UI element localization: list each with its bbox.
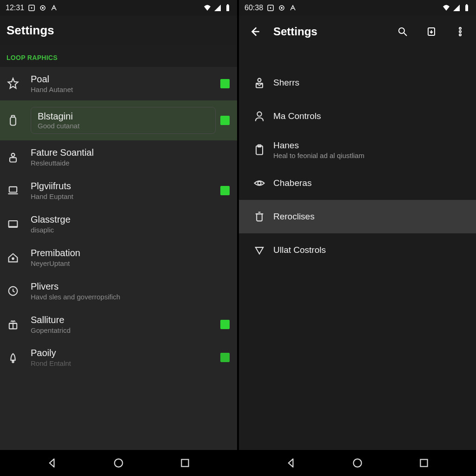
person-icon [245, 110, 273, 123]
back-button[interactable] [245, 21, 265, 42]
row-subtitle: Heal to feonial ad al qiustliam [273, 152, 469, 159]
nav-back-button[interactable] [277, 454, 305, 472]
row-title: Blstagini [38, 111, 209, 122]
svg-point-15 [12, 361, 14, 363]
svg-rect-6 [10, 117, 16, 126]
search-button[interactable] [392, 21, 413, 42]
settings-row-ma-controls[interactable]: Ma Controls [239, 99, 476, 133]
battery-icon [463, 4, 470, 12]
archive-button[interactable] [421, 21, 442, 42]
status-indicator-icon [28, 4, 35, 12]
svg-point-27 [459, 31, 461, 33]
status-time: 12:31 [6, 4, 24, 12]
eye-icon [245, 177, 273, 190]
row-title: Sherrs [273, 78, 469, 88]
settings-row-chaberas[interactable]: Chaberas [239, 166, 476, 200]
svg-point-1 [31, 7, 33, 9]
row-subtitle: NeyerUptant [31, 259, 230, 267]
clock-icon [7, 284, 31, 298]
row-subtitle: Hand Autanet [31, 86, 216, 93]
status-indicator [220, 79, 230, 88]
settings-row-sherrs[interactable]: Sherrs [239, 66, 476, 99]
overflow-menu-button[interactable] [450, 21, 470, 42]
svg-point-8 [12, 153, 15, 157]
settings-list: Poal Hand Autanet Blstagini Good cutanat… [0, 67, 237, 450]
row-title: Hanes [273, 140, 469, 151]
status-indicator-icon [267, 4, 274, 12]
settings-row-reroclises[interactable]: Reroclises [239, 200, 476, 233]
svg-point-21 [281, 7, 283, 9]
settings-row-premibation[interactable]: Premibation NeyerUptant [0, 241, 237, 274]
signal-icon [453, 4, 460, 12]
row-title: Glasstrge [31, 214, 230, 225]
svg-point-36 [353, 459, 361, 467]
row-title: Poal [31, 74, 216, 85]
svg-point-28 [459, 34, 461, 36]
settings-list: Sherrs Ma Controls Hanes Heal to feonial… [239, 47, 476, 450]
svg-point-16 [114, 459, 122, 467]
clipboard-icon [245, 143, 273, 156]
svg-rect-22 [465, 5, 468, 11]
status-time: 60:38 [245, 4, 263, 12]
nav-home-button[interactable] [344, 454, 371, 472]
settings-row-blstagini[interactable]: Blstagini Good cutanat [0, 100, 237, 140]
settings-row-ullat-costrols[interactable]: Ullat Costrols [239, 233, 476, 267]
nav-recents-button[interactable] [171, 454, 199, 472]
row-title: Paoily [31, 348, 216, 358]
battery-icon [224, 4, 231, 12]
status-indicator-icon [278, 4, 285, 12]
svg-rect-37 [421, 459, 428, 466]
row-subtitle: Rond Entalnt [31, 359, 216, 367]
status-indicator-icon [289, 4, 297, 12]
row-subtitle: disaplic [31, 226, 230, 234]
svg-rect-17 [182, 459, 189, 466]
settings-row-plivers[interactable]: Plivers Havd sles and goverropsifich [0, 274, 237, 308]
triangle-down-icon [245, 244, 273, 257]
person-mail-icon [245, 76, 273, 89]
row-subtitle: Havd sles and goverropsifich [31, 293, 230, 301]
bell-icon [7, 351, 31, 364]
row-title: Plgviifruts [31, 181, 216, 192]
nav-back-button[interactable] [38, 454, 66, 472]
status-indicator [220, 116, 230, 125]
settings-row-hanes[interactable]: Hanes Heal to feonial ad al qiustliam [239, 133, 476, 166]
settings-row-paoily[interactable]: Paoily Rond Entalnt [0, 341, 237, 369]
svg-point-12 [12, 258, 14, 260]
settings-row-glasstrge[interactable]: Glasstrge disaplic [0, 207, 237, 241]
row-title: Ma Controls [273, 111, 469, 121]
svg-rect-10 [9, 187, 17, 192]
settings-row-plgviifruts[interactable]: Plgviifruts Hand Euptant [0, 174, 237, 207]
settings-row-poal[interactable]: Poal Hand Autanet [0, 67, 237, 100]
settings-row-salliture[interactable]: Salliture Gopentatricd [0, 308, 237, 341]
svg-point-3 [42, 7, 44, 9]
svg-point-34 [258, 182, 261, 185]
jar-icon [7, 114, 31, 127]
status-bar: 12:31 [0, 0, 237, 16]
right-screen: 60:38 Settings Sherrs Ma Controls [238, 0, 476, 476]
row-subtitle: Hand Euptant [31, 192, 216, 200]
home-icon [7, 251, 31, 264]
status-indicator [220, 353, 230, 362]
nav-home-button[interactable] [105, 454, 132, 472]
svg-point-19 [270, 7, 271, 9]
gift-icon [7, 318, 31, 331]
row-title: Premibation [31, 248, 230, 258]
signal-icon [214, 4, 221, 12]
settings-row-fature[interactable]: Fature Soantial Resleuttaide [0, 140, 237, 174]
rect-dash-icon [7, 218, 31, 231]
wifi-icon [204, 4, 211, 12]
svg-rect-4 [226, 5, 229, 11]
svg-rect-9 [10, 158, 16, 162]
wifi-icon [443, 4, 450, 12]
header: Settings [0, 16, 237, 45]
laptop-icon [7, 184, 31, 197]
nav-recents-button[interactable] [410, 454, 438, 472]
svg-rect-7 [12, 116, 15, 118]
svg-point-31 [257, 112, 261, 116]
svg-rect-23 [466, 4, 468, 5]
row-subtitle: Good cutanat [38, 122, 209, 130]
svg-rect-5 [227, 4, 229, 5]
row-title: Ullat Costrols [273, 245, 469, 255]
svg-point-29 [258, 79, 261, 82]
trash-icon [245, 210, 273, 223]
